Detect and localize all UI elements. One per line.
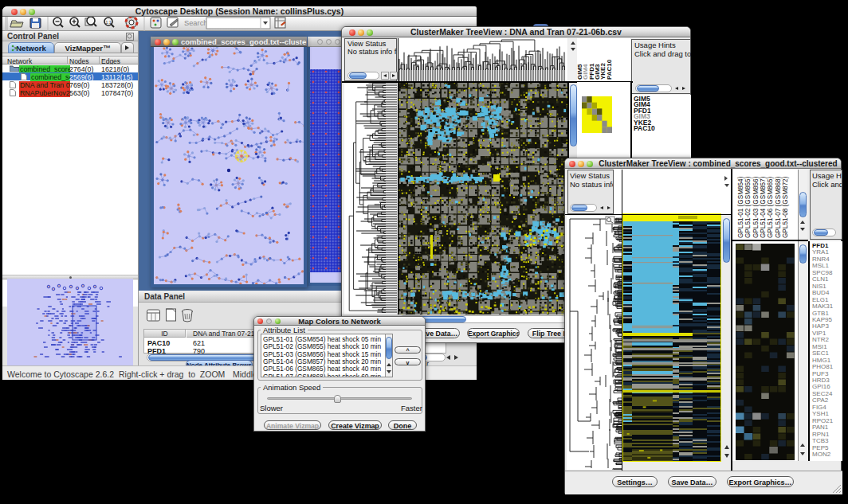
svg-text:GPL51-08 (GSM872): GPL51-08 (GSM872) (782, 176, 789, 238)
svg-text:GPL51-06 (GSM865): GPL51-06 (GSM865) (767, 176, 774, 238)
svg-text:1:1: 1:1 (106, 20, 112, 25)
svg-text:GPL51-01 (GSM854): GPL51-01 (GSM854) (737, 176, 744, 238)
svg-text:GPL51-03 (GSM856): GPL51-03 (GSM856) (752, 176, 760, 238)
svg-text:GPL51-02 (GSM855): GPL51-02 (GSM855) (744, 176, 752, 238)
svg-text:GPL51-04 (GSM857): GPL51-04 (GSM857) (760, 176, 767, 238)
svg-text:Search:: Search: (184, 19, 210, 27)
svg-text:GPL51-07 (GSM868): GPL51-07 (GSM868) (775, 176, 782, 238)
svg-text:PAC10: PAC10 (606, 59, 613, 80)
